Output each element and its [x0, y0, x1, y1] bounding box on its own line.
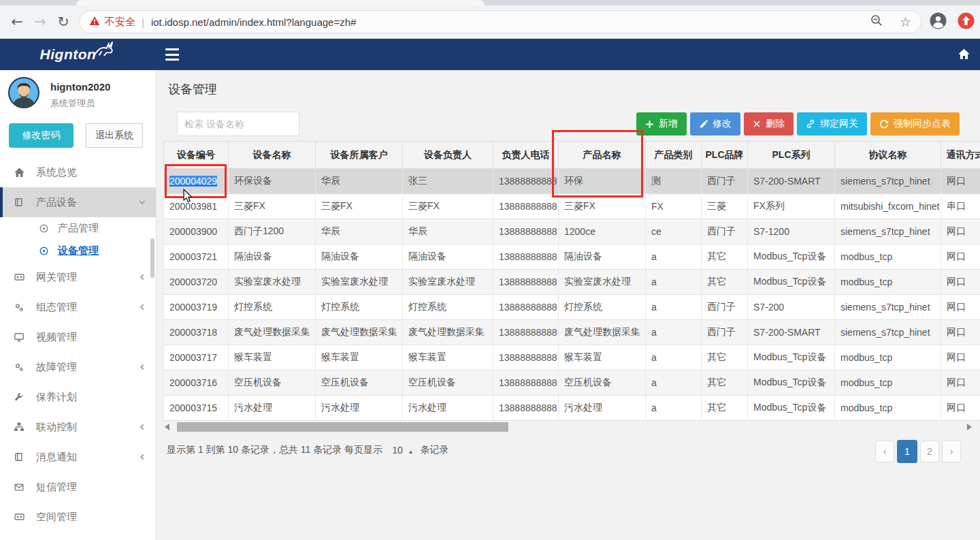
table-cell: modbus_tcp — [835, 270, 941, 295]
sidebar-item-label: 网关管理 — [36, 271, 77, 284]
page-size-dropdown[interactable]: 10 ▲ — [392, 445, 413, 456]
page-button[interactable]: › — [942, 441, 961, 462]
column-header[interactable]: 通讯方式 — [941, 142, 980, 169]
table-cell: 其它 — [702, 345, 748, 370]
logout-button[interactable]: 退出系统 — [86, 123, 143, 148]
monitor-icon — [14, 332, 27, 343]
table-row[interactable]: 200004029环保设备华辰张三13888888888环保测西门子S7-200… — [164, 169, 980, 194]
table-cell: 网口 — [941, 244, 980, 270]
table-cell: 200003900 — [164, 219, 229, 244]
toolbar-button-label: 新增 — [659, 118, 678, 130]
deer-logo-icon — [93, 40, 116, 59]
page-title: 设备管理 — [168, 81, 217, 97]
table-cell: 13888888888 — [493, 219, 559, 244]
column-header[interactable]: 设备所属客户 — [316, 142, 403, 169]
forward-icon[interactable]: → — [29, 14, 52, 30]
table-cell: 200003720 — [164, 270, 229, 295]
table-cell: modbus_tcp — [835, 244, 941, 270]
sidebar-subitem[interactable]: 设备管理 — [0, 240, 156, 262]
device-table-wrap: 设备编号设备名称设备所属客户设备负责人负责人电话产品名称产品类别PLC品牌PLC… — [163, 141, 980, 421]
zoom-out-icon[interactable] — [870, 14, 883, 30]
sidebar-toggle-icon[interactable] — [165, 48, 179, 61]
table-cell: 网口 — [941, 169, 980, 194]
chevron-left-icon — [138, 273, 146, 281]
sidebar-item[interactable]: 短信管理 — [0, 472, 156, 502]
home-button[interactable] — [958, 48, 970, 63]
extension-upload-icon[interactable] — [958, 12, 975, 32]
table-row[interactable]: 200003981三菱FX三菱FX三菱FX13888888888三菱FXFX三菱… — [164, 194, 980, 219]
table-cell: 200003716 — [164, 370, 229, 396]
record-summary: 显示第 1 到第 10 条记录，总共 11 条记录 每页显示 10 ▲ 条记录 — [167, 444, 449, 456]
address-bar[interactable]: 不安全 | iot.idosp.net/admin/index.html?lan… — [79, 10, 921, 33]
main-content: 设备管理 新增修改删除绑定网关强制同步点表 设备编号设备名称设备所属客户设备负责… — [157, 70, 980, 540]
table-cell: 测 — [646, 169, 702, 194]
column-header[interactable]: 负责人电话 — [493, 142, 559, 169]
profile-avatar-icon[interactable] — [930, 12, 947, 32]
table-row[interactable]: 200003717猴车装置猴车装置猴车装置13888888888猴车装置a其它M… — [164, 345, 980, 370]
search-input[interactable] — [177, 112, 299, 136]
table-cell: 1200ce — [559, 219, 646, 244]
page-button-active[interactable]: 1 — [897, 440, 917, 463]
sidebar-item[interactable]: 系统总览 — [0, 157, 156, 187]
column-header[interactable]: 设备编号 — [164, 142, 229, 169]
sidebar-subitem[interactable]: 产品管理 — [0, 217, 156, 240]
toolbar-button[interactable]: 新增 — [636, 112, 687, 136]
toolbar-button[interactable]: 绑定网关 — [797, 112, 867, 136]
logo: Hignton — [0, 39, 157, 70]
table-cell: 网口 — [941, 219, 980, 244]
toolbar-button-label: 修改 — [713, 118, 732, 130]
column-header[interactable]: PLC系列 — [748, 142, 835, 169]
column-header[interactable]: 产品类别 — [646, 142, 702, 169]
sidebar-item[interactable]: 空间管理 — [0, 502, 156, 532]
page-button[interactable]: ‹ — [875, 441, 894, 462]
toolbar-button[interactable]: 修改 — [690, 112, 740, 136]
table-cell: 隔油设备 — [316, 244, 403, 270]
sidebar-item-label: 产品设备 — [36, 196, 77, 209]
sidebar-item[interactable]: 消息通知 — [0, 442, 156, 472]
table-cell: Modbus_Tcp设备 — [748, 370, 835, 396]
table-cell: 污水处理 — [559, 396, 646, 421]
table-row[interactable]: 200003716空压机设备空压机设备空压机设备13888888888空压机设备… — [164, 370, 980, 396]
table-row[interactable]: 200003720实验室废水处理实验室废水处理实验室废水处理1388888888… — [164, 270, 980, 295]
table-row[interactable]: 200003715污水处理污水处理污水处理13888888888污水处理a其它M… — [164, 396, 980, 421]
column-header[interactable]: 产品名称 — [559, 142, 646, 169]
bookmark-star-icon[interactable]: ☆ — [900, 14, 911, 29]
back-icon[interactable]: ← — [5, 14, 29, 30]
sidebar-item[interactable]: 视频管理 — [0, 322, 156, 352]
change-password-button[interactable]: 修改密码 — [9, 123, 74, 148]
column-header[interactable]: PLC品牌 — [702, 142, 748, 169]
table-row[interactable]: 200003900西门子1200华辰华辰138888888881200cece西… — [164, 219, 980, 244]
toolbar-button[interactable]: 强制同步点表 — [870, 112, 960, 136]
gears-icon — [14, 302, 27, 313]
table-row[interactable]: 200003721隔油设备隔油设备隔油设备13888888888隔油设备a其它M… — [164, 244, 980, 270]
browser-active-tab[interactable] — [76, 0, 485, 5]
device-id-link[interactable]: 200004029 — [169, 176, 217, 187]
scroll-left-icon[interactable] — [165, 424, 169, 430]
table-cell: 华辰 — [316, 169, 403, 194]
table-cell: siemens_s7tcp_hinet — [835, 320, 941, 345]
table-cell: 猴车装置 — [403, 345, 493, 370]
table-row[interactable]: 200003718废气处理数据采集废气处理数据采集废气处理数据采集1388888… — [164, 320, 980, 345]
column-header[interactable]: 设备名称 — [229, 142, 316, 169]
column-header[interactable]: 设备负责人 — [403, 142, 493, 169]
reload-icon[interactable]: ↻ — [52, 14, 75, 30]
sidebar-item[interactable]: 故障管理 — [0, 352, 156, 382]
sidebar-scrollbar-thumb[interactable] — [150, 238, 154, 278]
column-header[interactable]: 协议名称 — [835, 142, 941, 169]
sidebar-item[interactable]: 联动控制 — [0, 412, 156, 442]
table-cell: 13888888888 — [493, 320, 559, 345]
scroll-right-icon[interactable] — [967, 424, 972, 430]
page-button[interactable]: 2 — [920, 441, 939, 462]
table-cell: 200003719 — [164, 295, 229, 320]
toolbar-button[interactable]: 删除 — [744, 112, 794, 136]
table-cell: FX系列 — [748, 194, 835, 219]
table-cell: 华辰 — [403, 219, 493, 244]
sidebar-item[interactable]: 保养计划 — [0, 382, 156, 412]
table-cell: 西门子 — [702, 295, 748, 320]
sidebar-item[interactable]: 产品设备 — [0, 187, 156, 217]
sidebar-item[interactable]: 组态管理 — [0, 292, 156, 322]
scrollbar-thumb[interactable] — [177, 422, 508, 432]
sidebar-item[interactable]: 网关管理 — [0, 262, 156, 292]
table-row[interactable]: 200003719灯控系统灯控系统灯控系统13888888888灯控系统a西门子… — [164, 295, 980, 320]
table-cell: 废气处理数据采集 — [316, 320, 403, 345]
